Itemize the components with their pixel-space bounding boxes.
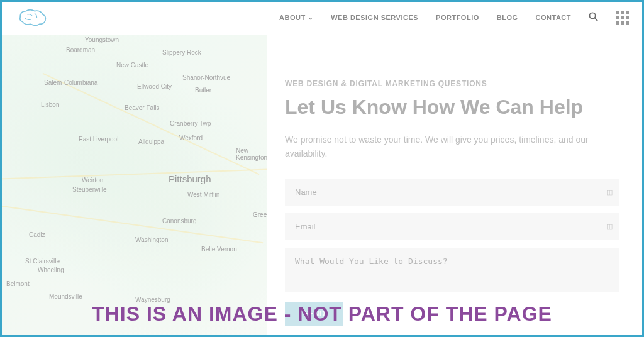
map-city-label: Beaver Falls bbox=[125, 104, 160, 111]
nav-about[interactable]: ABOUT ⌄ bbox=[279, 14, 313, 21]
headline: Let Us Know How We Can Help bbox=[285, 96, 619, 119]
map-city-label: Weirton bbox=[82, 177, 103, 184]
nav-label: ABOUT bbox=[279, 14, 306, 21]
map-city-label: Columbiana bbox=[64, 79, 97, 86]
brain-logo-icon bbox=[15, 6, 52, 29]
name-field-wrap: ◫ bbox=[285, 179, 619, 206]
map-city-label: Cadiz bbox=[29, 231, 45, 238]
message-input[interactable] bbox=[285, 248, 619, 292]
map-city-label: St Clairsville bbox=[25, 258, 60, 265]
nav-web-design-services[interactable]: WEB DESIGN SERVICES bbox=[331, 14, 418, 21]
map[interactable]: YoungstownBoardmanSlippery RockNew Castl… bbox=[0, 35, 267, 337]
svg-point-0 bbox=[589, 13, 595, 18]
email-field-wrap: ◫ bbox=[285, 213, 619, 240]
map-city-label: Cranberry Twp bbox=[170, 120, 211, 127]
map-city-label: Steubenville bbox=[72, 186, 106, 193]
content: YoungstownBoardmanSlippery RockNew Castl… bbox=[0, 35, 644, 337]
nav-label: CONTACT bbox=[536, 14, 571, 21]
map-city-label: Washington bbox=[135, 236, 168, 243]
map-city-label: New Castle bbox=[116, 62, 148, 69]
svg-line-1 bbox=[595, 18, 597, 20]
name-input[interactable] bbox=[285, 179, 619, 206]
email-icon: ◫ bbox=[606, 223, 613, 231]
header: ABOUT ⌄ WEB DESIGN SERVICES PORTFOLIO BL… bbox=[0, 0, 644, 35]
contact-form-panel: WEB DESIGN & DIGITAL MARKETING QUESTIONS… bbox=[267, 35, 644, 337]
map-city-label: Slippery Rock bbox=[162, 49, 201, 56]
map-city-label: Boardman bbox=[66, 47, 95, 53]
map-city-label: Belmont bbox=[6, 280, 30, 287]
person-icon: ◫ bbox=[606, 188, 613, 196]
email-input[interactable] bbox=[285, 213, 619, 240]
map-city-label: Shanor-Northvue bbox=[182, 74, 230, 81]
map-city-label: New Kensington bbox=[236, 147, 267, 161]
map-city-label: East Liverpool bbox=[79, 136, 118, 143]
search-icon[interactable] bbox=[589, 12, 598, 24]
map-city-label: Lisbon bbox=[41, 101, 59, 108]
map-city-label: Aliquippa bbox=[138, 138, 164, 145]
map-city-label: Ellwood City bbox=[137, 83, 172, 90]
nav-blog[interactable]: BLOG bbox=[497, 14, 518, 21]
apps-grid-icon[interactable] bbox=[616, 11, 629, 25]
nav-portfolio[interactable]: PORTFOLIO bbox=[436, 14, 479, 21]
map-city-label: Wexford bbox=[179, 135, 203, 141]
map-city-label: Belle Vernon bbox=[201, 246, 237, 253]
map-city-label: Butler bbox=[195, 87, 211, 94]
chevron-down-icon: ⌄ bbox=[308, 14, 314, 21]
submit-button[interactable]: SEND bbox=[285, 302, 343, 326]
nav-contact[interactable]: CONTACT bbox=[536, 14, 571, 21]
nav-label: PORTFOLIO bbox=[436, 14, 479, 21]
map-city-label: Pittsburgh bbox=[169, 174, 211, 184]
map-city-label: Canonsburg bbox=[162, 218, 196, 224]
map-city-label: West Mifflin bbox=[187, 191, 219, 198]
map-city-label: Youngstown bbox=[85, 36, 119, 43]
map-city-label: Salem bbox=[44, 79, 62, 86]
map-city-label: Moundsville bbox=[49, 293, 82, 300]
main-nav: ABOUT ⌄ WEB DESIGN SERVICES PORTFOLIO BL… bbox=[279, 11, 629, 25]
nav-label: BLOG bbox=[497, 14, 518, 21]
nav-label: WEB DESIGN SERVICES bbox=[331, 14, 418, 21]
map-city-label: Waynesburg bbox=[135, 296, 170, 303]
map-city-label: Wheeling bbox=[38, 267, 64, 273]
eyebrow: WEB DESIGN & DIGITAL MARKETING QUESTIONS bbox=[285, 79, 619, 88]
subtext: We promise not to waste your time. We wi… bbox=[285, 133, 619, 161]
logo[interactable] bbox=[15, 6, 52, 29]
